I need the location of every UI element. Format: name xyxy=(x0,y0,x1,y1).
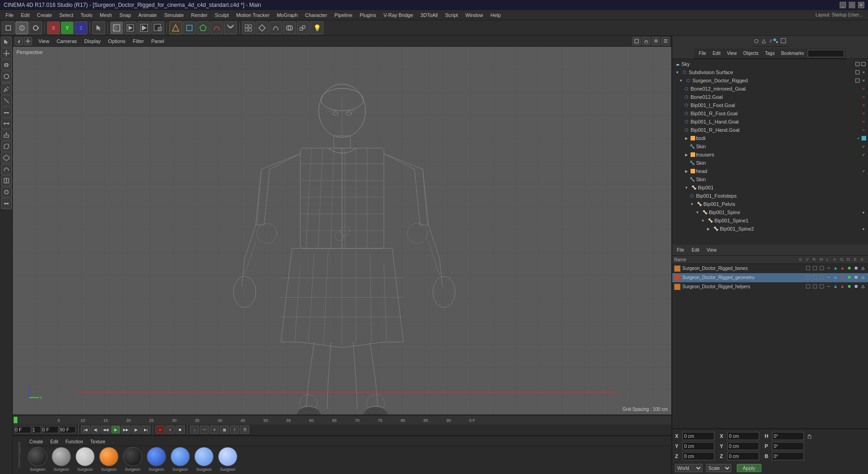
obj-item-spine2[interactable]: ▶ 🦴 Bip001_Spine2 ● xyxy=(672,225,868,233)
obj-item-lfoot[interactable]: ⬡ Bip001_l_Foot.Goal ✕ xyxy=(672,101,868,109)
mat-edit-btn[interactable]: Edit xyxy=(48,438,61,445)
menu-snap[interactable]: Snap xyxy=(116,11,135,19)
current-frame-input[interactable] xyxy=(15,426,31,433)
subdiv-lock-tag[interactable]: ✕ xyxy=(861,70,866,75)
apply-button[interactable]: Apply xyxy=(737,464,761,472)
boole-button[interactable] xyxy=(283,22,296,34)
step-forward-button[interactable]: |▶ xyxy=(131,426,140,434)
mat-help-tag-9[interactable] xyxy=(861,284,866,290)
mat-geo-tag-1[interactable] xyxy=(806,275,811,280)
render-region-button[interactable] xyxy=(110,22,123,34)
go-to-start-button[interactable]: |◀ xyxy=(81,426,90,434)
mat-bones-tag-9[interactable] xyxy=(861,266,866,271)
mat-view-btn[interactable]: View xyxy=(704,247,719,253)
subdiv-expand-icon[interactable]: ▼ xyxy=(674,69,680,75)
vp-menu-view[interactable]: View xyxy=(36,38,52,45)
mat-help-tag-1[interactable] xyxy=(806,284,811,290)
viewport-lock-button[interactable] xyxy=(642,37,650,45)
x-axis-button[interactable]: X xyxy=(47,22,60,34)
mat-bones-tag-4[interactable] xyxy=(826,266,832,271)
obj-item-spine[interactable]: ▼ 🦴 Bip001_Spine ● xyxy=(672,208,868,216)
obj-item-head[interactable]: ▶ head ✓ xyxy=(672,167,868,175)
mat-help-tag-5[interactable] xyxy=(833,284,839,290)
obj-bookmarks-menu[interactable]: Bookmarks xyxy=(778,50,807,57)
menu-vray[interactable]: V-Ray Bridge xyxy=(380,11,417,19)
fcurves-button[interactable]: ⌇ xyxy=(230,426,239,434)
lights-button[interactable]: 💡 xyxy=(311,22,323,34)
select-tool[interactable] xyxy=(1,37,12,48)
menu-window[interactable]: Window xyxy=(461,11,487,19)
viewport-settings-button[interactable]: ⚙ xyxy=(652,37,660,45)
mat-geo-tag-9[interactable] xyxy=(861,275,866,280)
pen-tool[interactable] xyxy=(1,84,12,95)
sky-vis-tag[interactable] xyxy=(855,61,860,67)
mat-function-btn[interactable]: Function xyxy=(63,438,86,445)
scale-select[interactable]: Scale Size xyxy=(706,464,731,472)
material-item-6[interactable]: Surgeon xyxy=(169,447,191,472)
timeline-ruler[interactable]: 5 10 15 20 25 30 35 40 45 50 55 60 65 70 xyxy=(13,415,671,425)
mat-create-btn[interactable]: Create xyxy=(27,438,46,445)
obj-item-bodi-skin[interactable]: 🔧 Skin ✓ xyxy=(672,142,868,151)
obj-item-bodi[interactable]: ▶ bodi ✓ xyxy=(672,134,868,142)
mat-bones-tag-2[interactable] xyxy=(813,266,818,271)
mat-help-tag-6[interactable] xyxy=(840,284,846,290)
mat-bones-tag-5[interactable] xyxy=(833,266,839,271)
play-button[interactable]: ▶ xyxy=(111,426,120,434)
mat-bones-tag-1[interactable] xyxy=(806,266,811,271)
obj-item-head-skin[interactable]: 🔧 Skin xyxy=(672,175,868,183)
mat-geo-tag-4[interactable] xyxy=(826,275,832,280)
material-item-4[interactable]: Surgeon xyxy=(122,447,144,472)
mat-item-helpers[interactable]: Surgeon_Doctor_Rigged_helpers xyxy=(672,282,868,291)
mat-item-bones[interactable]: Surgeon_Doctor_Rigged_bones xyxy=(672,264,868,273)
obj-item-bone012[interactable]: ⬡ Bone012_mirrored_Goal ✕ xyxy=(672,85,868,93)
mat-edit-btn[interactable]: Edit xyxy=(689,247,702,253)
deform-button[interactable] xyxy=(269,22,282,34)
bodi-expand-icon[interactable]: ▶ xyxy=(683,135,690,141)
model-mode-button[interactable] xyxy=(2,22,15,34)
surgeon-lock-tag[interactable]: ✕ xyxy=(861,78,866,83)
mat-geo-tag-8[interactable] xyxy=(854,275,859,280)
maximize-button[interactable]: □ xyxy=(849,2,855,8)
spine-expand-icon[interactable]: ▼ xyxy=(694,209,701,215)
menu-create[interactable]: Create xyxy=(33,11,56,19)
minimize-button[interactable]: _ xyxy=(840,2,846,8)
start-frame-input[interactable] xyxy=(42,426,59,433)
x-size-input[interactable] xyxy=(727,432,759,440)
obj-item-spine1[interactable]: ▼ 🦴 Bip001_Spine1 xyxy=(672,216,868,225)
record-active-button[interactable]: ● xyxy=(166,426,175,434)
bridge-tool[interactable] xyxy=(1,118,12,129)
menu-3dtoall[interactable]: 3DToAll xyxy=(417,11,441,19)
menu-simulate[interactable]: Simulate xyxy=(161,11,188,19)
menu-edit[interactable]: Edit xyxy=(17,11,33,19)
grid-button[interactable] xyxy=(242,22,255,34)
mat-help-tag-8[interactable] xyxy=(854,284,859,290)
h-lock-icon[interactable] xyxy=(806,432,813,440)
record-button[interactable]: ● xyxy=(155,426,165,434)
vp-menu-cameras[interactable]: Cameras xyxy=(54,38,80,45)
mat-geo-tag-2[interactable] xyxy=(813,275,818,280)
obj-item-lhand[interactable]: ⬡ Bip001_L_Hand.Goal ✕ xyxy=(672,118,868,126)
obj-item-trousers[interactable]: ▶ trousers ✓ xyxy=(672,151,868,159)
menu-mograph[interactable]: MoGraph xyxy=(273,11,301,19)
obj-item-bip001[interactable]: ▼ 🦴 Bip001 xyxy=(672,183,868,192)
vp-menu-display[interactable]: Display xyxy=(81,38,103,45)
keyframe-button[interactable]: ⬦ xyxy=(190,426,199,434)
rotate-mode-button[interactable] xyxy=(29,22,42,34)
spine1-expand-icon[interactable]: ▼ xyxy=(700,217,706,224)
material-item-2[interactable]: Surgeon xyxy=(74,447,96,472)
scale-tool[interactable] xyxy=(1,59,12,70)
move-tool[interactable] xyxy=(1,48,12,59)
mat-help-tag-3[interactable] xyxy=(820,284,825,290)
knife-tool[interactable] xyxy=(1,95,12,106)
menu-tools[interactable]: Tools xyxy=(77,11,96,19)
vp-menu-filter[interactable]: Filter xyxy=(130,38,146,45)
spline-tool[interactable] xyxy=(1,187,12,198)
material-item-1[interactable]: Surgeon xyxy=(50,447,72,472)
menu-help[interactable]: Help xyxy=(487,11,505,19)
menu-render[interactable]: Render xyxy=(188,11,211,19)
weld-tool[interactable] xyxy=(1,198,12,209)
mat-geo-tag-3[interactable] xyxy=(820,275,825,280)
fps-input[interactable] xyxy=(32,426,41,433)
loop-cut-tool[interactable] xyxy=(1,175,12,186)
obj-item-rhand[interactable]: ⬡ Bip001_R_Hand.Goal ✕ xyxy=(672,126,868,134)
